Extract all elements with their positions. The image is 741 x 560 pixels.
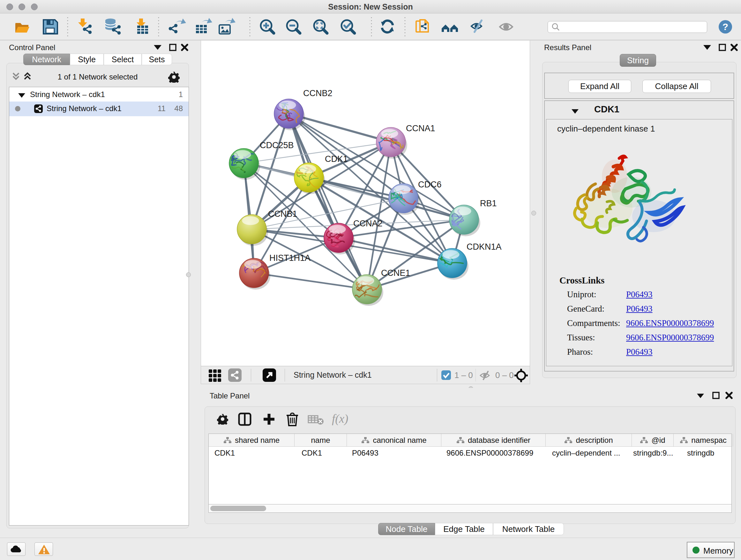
svg-text:CDC6: CDC6 <box>418 180 442 189</box>
svg-text:RB1: RB1 <box>480 199 497 208</box>
svg-text:CCNB1: CCNB1 <box>268 209 297 219</box>
svg-text:CDK1: CDK1 <box>325 154 348 164</box>
svg-text:CCNE1: CCNE1 <box>381 268 410 278</box>
svg-text:CDC25B: CDC25B <box>260 140 294 150</box>
svg-text:HIST1H1A: HIST1H1A <box>269 253 311 263</box>
svg-text:CCNA2: CCNA2 <box>353 219 383 228</box>
svg-text:CCNB2: CCNB2 <box>303 88 333 98</box>
svg-text:CDKN1A: CDKN1A <box>467 242 502 252</box>
svg-text:CCNA1: CCNA1 <box>406 124 435 133</box>
